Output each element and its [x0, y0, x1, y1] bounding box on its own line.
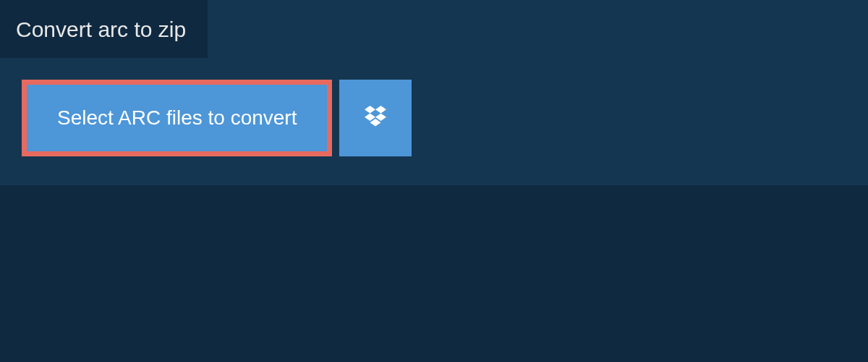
- page-title: Convert arc to zip: [16, 17, 186, 41]
- page-title-tab: Convert arc to zip: [0, 0, 208, 58]
- converter-panel: Convert arc to zip Select ARC files to c…: [0, 0, 868, 185]
- dropbox-button[interactable]: [339, 80, 412, 156]
- select-files-label: Select ARC files to convert: [57, 106, 297, 130]
- dropbox-icon: [362, 104, 388, 132]
- select-files-button[interactable]: Select ARC files to convert: [22, 80, 332, 156]
- action-row: Select ARC files to convert: [0, 58, 868, 156]
